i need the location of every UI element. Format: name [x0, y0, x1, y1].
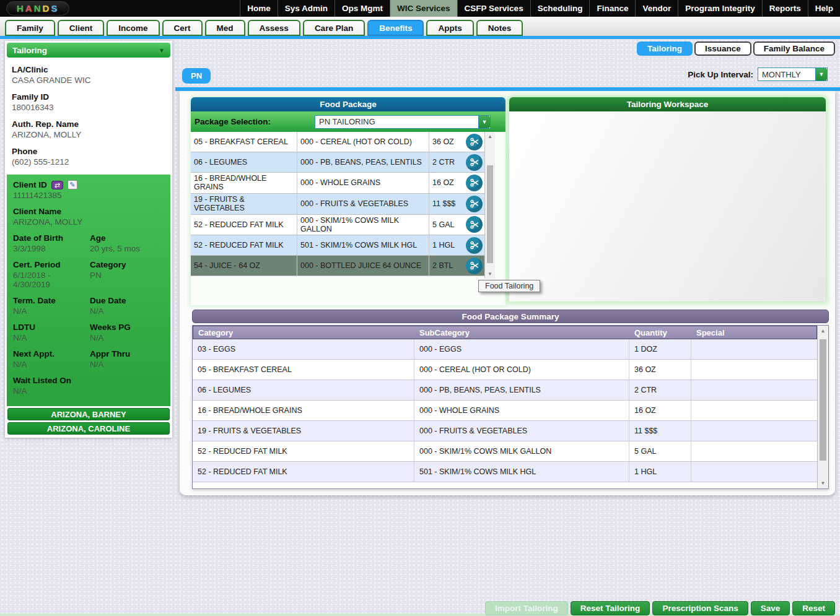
- top-nav-item[interactable]: Reports: [762, 0, 808, 17]
- module-tab[interactable]: Care Plan: [303, 20, 365, 36]
- scrollbar-thumb[interactable]: [820, 339, 826, 461]
- client-id-field: Client ID ⇄ ✎ 11111421385: [13, 180, 164, 200]
- benefit-view-tab-label: Tailoring: [647, 44, 682, 53]
- edit-note-icon[interactable]: ✎: [68, 180, 77, 189]
- module-tab[interactable]: Assess: [248, 20, 300, 36]
- food-tailoring-button[interactable]: [466, 196, 483, 212]
- hands-logo: HANDS: [6, 1, 69, 15]
- food-quantity-cell: 5 GAL: [429, 215, 464, 235]
- family-member-list: ARIZONA, BARNEYARIZONA, CAROLINE: [7, 408, 170, 435]
- footer-action-button: Import Tailoring: [485, 601, 568, 615]
- summary-row: 19 - FRUITS & VEGETABLES 000 - FRUITS & …: [193, 421, 817, 441]
- scroll-up-icon[interactable]: ▲: [818, 328, 828, 334]
- module-tab-label: Income: [118, 24, 147, 33]
- summary-row: 05 - BREAKFAST CEREAL 000 - CEREAL (HOT …: [193, 360, 817, 380]
- summary-partial-row: [193, 482, 817, 488]
- food-package-scrollbar[interactable]: ▲ ▼: [484, 132, 495, 279]
- summary-category-cell: 16 - BREAD/WHOLE GRAINS: [193, 401, 414, 420]
- footer-action-button[interactable]: Reset: [792, 601, 835, 615]
- summary-subcategory-cell: 000 - PB, BEANS, PEAS, LENTILS: [414, 380, 629, 400]
- summary-column-header[interactable]: SubCategory: [414, 328, 629, 337]
- food-subcategory-cell: 000 - FRUITS & VEGETABLES: [297, 194, 429, 214]
- client-detail-field: Date of Birth 3/3/1998: [13, 233, 87, 253]
- top-nav-item[interactable]: Finance: [589, 0, 635, 17]
- summary-column-header[interactable]: Special: [691, 328, 816, 337]
- scrollbar-thumb[interactable]: [487, 165, 493, 263]
- benefit-view-tab[interactable]: Issuance: [694, 41, 751, 56]
- top-nav-item-label: Ops Mgmt: [342, 4, 383, 13]
- food-package-row[interactable]: 19 - FRUITS & VEGETABLES 000 - FRUITS & …: [191, 194, 484, 215]
- food-package-row[interactable]: 06 - LEGUMES 000 - PB, BEANS, PEAS, LENT…: [191, 152, 484, 173]
- food-category-cell: 52 - REDUCED FAT MILK: [191, 235, 297, 255]
- category-pn-badge[interactable]: PN: [182, 68, 211, 84]
- module-tab[interactable]: Family: [5, 20, 55, 36]
- food-tailoring-button[interactable]: [466, 216, 483, 233]
- scissors-icon: [470, 261, 479, 271]
- top-nav-item[interactable]: Scheduling: [530, 0, 590, 17]
- package-selection-select[interactable]: PN TAILORING ▼: [315, 115, 491, 129]
- top-nav-item[interactable]: CSFP Services: [457, 0, 530, 17]
- summary-row: 52 - REDUCED FAT MILK 501 - SKIM/1% COWS…: [193, 462, 817, 482]
- top-nav-item[interactable]: Sys Admin: [278, 0, 335, 17]
- benefit-view-tab[interactable]: Family Balance: [753, 41, 835, 56]
- client-detail-field: Weeks PG N/A: [90, 323, 164, 342]
- top-nav-item[interactable]: Home: [240, 0, 278, 17]
- sidebar-info-fields: LA/Clinic CASA GRANDE WIC Family ID 1800…: [7, 65, 170, 167]
- package-selection-value: PN TAILORING: [315, 116, 478, 128]
- footer-action-button[interactable]: Save: [751, 601, 790, 615]
- family-member-button[interactable]: ARIZONA, CAROLINE: [7, 422, 170, 435]
- summary-special-cell: [691, 401, 817, 420]
- food-tailoring-button[interactable]: [466, 175, 483, 191]
- food-package-row[interactable]: 52 - REDUCED FAT MILK 501 - SKIM/1% COWS…: [191, 235, 484, 256]
- client-sidebar: Tailoring ▼ LA/Clinic CASA GRANDE WIC Fa…: [5, 41, 172, 438]
- module-tab[interactable]: Client: [58, 20, 105, 36]
- top-nav-item-label: Reports: [769, 4, 801, 13]
- food-package-row[interactable]: 52 - REDUCED FAT MILK 000 - SKIM/1% COWS…: [191, 215, 484, 236]
- summary-special-cell: [691, 441, 817, 461]
- summary-quantity-cell: 1 DOZ: [629, 339, 691, 359]
- food-package-row[interactable]: 05 - BREAKFAST CEREAL 000 - CEREAL (HOT …: [191, 132, 484, 152]
- pickup-interval-select[interactable]: MONTHLY ▼: [758, 67, 828, 81]
- switch-client-icon[interactable]: ⇄: [51, 181, 63, 189]
- summary-column-header[interactable]: Quantity: [629, 328, 691, 337]
- chevron-down-icon[interactable]: ▼: [478, 116, 490, 128]
- summary-special-cell: [691, 462, 817, 482]
- module-tab-label: Appts: [438, 24, 462, 33]
- scroll-down-icon[interactable]: ▼: [485, 271, 495, 277]
- client-detail-label: Appr Thru: [90, 349, 164, 358]
- summary-scrollbar[interactable]: ▲ ▼: [817, 326, 828, 488]
- food-tailoring-button[interactable]: [466, 258, 483, 274]
- family-member-button[interactable]: ARIZONA, BARNEY: [7, 408, 170, 420]
- sidebar-section-dropdown[interactable]: Tailoring ▼: [7, 43, 170, 58]
- benefit-view-tab[interactable]: Tailoring: [637, 41, 693, 56]
- footer-action-button[interactable]: Reset Tailoring: [571, 601, 650, 615]
- summary-column-header[interactable]: Category: [193, 328, 414, 337]
- module-tab[interactable]: Appts: [426, 20, 473, 36]
- top-nav-item[interactable]: Ops Mgmt: [335, 0, 390, 17]
- scissors-icon: [470, 178, 479, 188]
- client-detail-value: 3/3/1998: [13, 244, 87, 253]
- scroll-down-icon[interactable]: ▼: [818, 480, 828, 486]
- module-tab[interactable]: Notes: [476, 20, 523, 36]
- scroll-up-icon[interactable]: ▲: [485, 134, 495, 139]
- family-member-name: ARIZONA, BARNEY: [51, 410, 126, 419]
- food-package-row[interactable]: 16 - BREAD/WHOLE GRAINS 000 - WHOLE GRAI…: [191, 173, 484, 194]
- module-tab[interactable]: Income: [107, 20, 159, 36]
- module-tab[interactable]: Med: [205, 20, 245, 36]
- top-nav-item[interactable]: Program Integrity: [678, 0, 762, 17]
- module-tab[interactable]: Cert: [162, 20, 203, 36]
- food-tailoring-button[interactable]: [466, 134, 483, 150]
- top-nav-item[interactable]: WIC Services: [390, 0, 457, 17]
- chevron-down-icon[interactable]: ▼: [815, 68, 827, 80]
- food-package-row[interactable]: 54 - JUICE - 64 OZ 000 - BOTTLED JUICE 6…: [191, 256, 484, 276]
- client-detail-field: Term. Date N/A: [13, 296, 87, 316]
- top-nav-item[interactable]: Help: [808, 0, 840, 17]
- client-name-value: ARIZONA, MOLLY: [13, 217, 164, 227]
- module-tab[interactable]: Benefits: [367, 20, 424, 36]
- food-tailoring-tooltip: Food Tailoring: [478, 280, 540, 292]
- footer-action-button[interactable]: Prescription Scans: [652, 601, 748, 615]
- top-nav-item[interactable]: Vendor: [635, 0, 678, 17]
- food-tailoring-button[interactable]: [466, 237, 483, 254]
- footer-action-label: Reset Tailoring: [580, 604, 641, 613]
- food-tailoring-button[interactable]: [466, 154, 483, 171]
